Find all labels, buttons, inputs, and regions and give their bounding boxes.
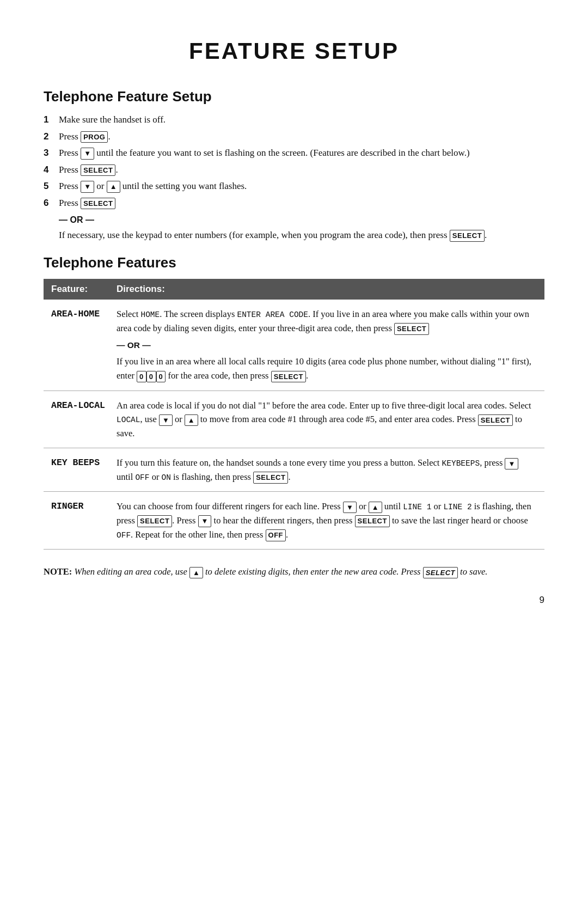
feature-name-key-beeps: KEY BEEPS	[44, 448, 109, 492]
step-1-text: Make sure the handset is off.	[59, 113, 544, 127]
step-3-text: Press ▼ until the feature you want to se…	[59, 146, 544, 160]
feature-direction-ringer: You can choose from four different ringe…	[109, 492, 544, 550]
step-5: 5 Press ▼ or ▲ until the setting you wan…	[44, 179, 544, 193]
table-row: AREA-HOME Select HOME. The screen displa…	[44, 300, 544, 391]
zero1-key: 0	[137, 371, 146, 383]
keybeeps-mono: KEYBEEPS	[442, 459, 480, 468]
down-arrow-key-3: ▼	[81, 148, 94, 160]
setup-steps-list: 1 Make sure the handset is off. 2 Press …	[44, 113, 544, 210]
note-label: NOTE:	[44, 566, 72, 577]
down-arrow-r2: ▼	[198, 515, 212, 527]
note-section: NOTE: When editing an area code, use ▲ t…	[44, 565, 544, 579]
step-1-num: 1	[44, 113, 59, 127]
setup-or-label: — OR —	[59, 215, 544, 225]
zero3-key: 0	[156, 371, 166, 383]
col-directions-header: Directions:	[109, 279, 544, 300]
step-2-num: 2	[44, 130, 59, 144]
table-header-row: Feature: Directions:	[44, 279, 544, 300]
feature-direction-area-local: An area code is local if you do not dial…	[109, 391, 544, 448]
local-mono: LOCAL	[117, 416, 140, 424]
select-key-note: SELECT	[423, 567, 458, 579]
step-5-text: Press ▼ or ▲ until the setting you want …	[59, 179, 544, 193]
step-5-num: 5	[44, 179, 59, 193]
enter-area-code-mono: ENTER AREA CODE	[237, 310, 308, 319]
page-title: FEATURE SETUP	[44, 38, 544, 64]
setup-section: Telephone Feature Setup 1 Make sure the …	[44, 88, 544, 242]
step-3: 3 Press ▼ until the feature you want to …	[44, 146, 544, 160]
step-3-num: 3	[44, 146, 59, 160]
zero2-key: 0	[146, 371, 156, 383]
feature-direction-area-home: Select HOME. The screen displays ENTER A…	[109, 300, 544, 391]
select-key-kb: SELECT	[253, 472, 288, 484]
step-4: 4 Press SELECT.	[44, 163, 544, 177]
feature-name-area-local: AREA-LOCAL	[44, 391, 109, 448]
step-2-text: Press PROG.	[59, 130, 544, 144]
up-arrow-note: ▲	[189, 567, 203, 579]
select-key-or: SELECT	[450, 230, 485, 242]
select-key-6: SELECT	[81, 198, 115, 210]
on-mono-kb: ON	[162, 473, 171, 482]
step-4-text: Press SELECT.	[59, 163, 544, 177]
select-key-ah2: SELECT	[271, 371, 306, 383]
off-mono-r: OFF	[117, 531, 131, 540]
features-section-title: Telephone Features	[44, 254, 544, 271]
up-arrow-key-5: ▲	[107, 181, 120, 193]
line2-mono: LINE 2	[443, 503, 471, 511]
step-6-num: 6	[44, 196, 59, 210]
table-row: RINGER You can choose from four differen…	[44, 492, 544, 550]
features-table: Feature: Directions: AREA-HOME Select HO…	[44, 279, 544, 550]
off-mono-kb: OFF	[135, 473, 149, 482]
feature-name-area-home: AREA-HOME	[44, 300, 109, 391]
off-key-r: OFF	[266, 529, 286, 541]
step-1: 1 Make sure the handset is off.	[44, 113, 544, 127]
select-key-ah1: SELECT	[394, 323, 429, 335]
note-text: When editing an area code, use ▲ to dele…	[74, 566, 487, 577]
col-feature-header: Feature:	[44, 279, 109, 300]
features-section: Telephone Features Feature: Directions: …	[44, 254, 544, 550]
up-arrow-r1: ▲	[369, 502, 382, 514]
step-6-text: Press SELECT	[59, 196, 544, 210]
page-number: 9	[44, 595, 544, 606]
up-arrow-al: ▲	[185, 414, 198, 426]
line1-mono: LINE 1	[403, 503, 431, 511]
area-home-or-label: — OR —	[117, 339, 537, 352]
down-arrow-key-5: ▼	[81, 181, 94, 193]
down-arrow-al: ▼	[159, 414, 173, 426]
down-arrow-r1: ▼	[343, 502, 357, 514]
home-mono: HOME	[140, 310, 160, 319]
step-6: 6 Press SELECT	[44, 196, 544, 210]
table-row: KEY BEEPS If you turn this feature on, t…	[44, 448, 544, 492]
setup-section-title: Telephone Feature Setup	[44, 88, 544, 105]
select-key-r2: SELECT	[355, 515, 390, 527]
prog-key: PROG	[81, 131, 108, 143]
table-row: AREA-LOCAL An area code is local if you …	[44, 391, 544, 448]
select-key-4: SELECT	[81, 164, 115, 176]
feature-name-ringer: RINGER	[44, 492, 109, 550]
setup-or-text: If necessary, use the keypad to enter nu…	[59, 228, 544, 242]
select-key-r1: SELECT	[137, 515, 172, 527]
select-key-al: SELECT	[478, 414, 513, 426]
step-4-num: 4	[44, 163, 59, 177]
feature-direction-key-beeps: If you turn this feature on, the handset…	[109, 448, 544, 492]
down-arrow-kb: ▼	[505, 458, 518, 470]
step-2: 2 Press PROG.	[44, 130, 544, 144]
